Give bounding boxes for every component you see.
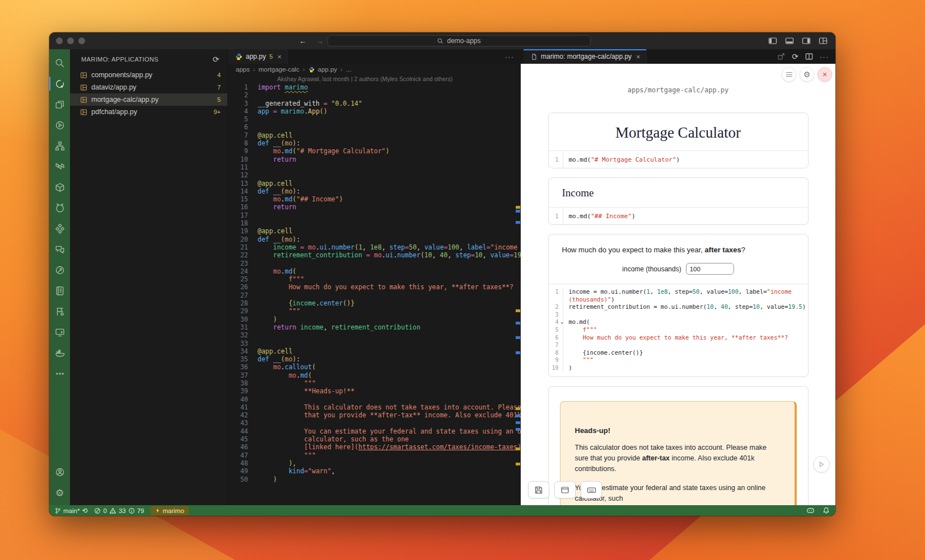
terraform-icon[interactable]: [49, 156, 70, 177]
package-icon[interactable]: [49, 177, 70, 197]
sidebar-item-dataviz-app-py[interactable]: dataviz/app.py7: [70, 81, 227, 93]
hierarchy-icon[interactable]: [49, 135, 70, 156]
sidebar-item-pdfchat-app-py[interactable]: pdfchat/app.py9+: [70, 106, 227, 118]
editor-more-actions-icon[interactable]: ···: [505, 53, 514, 61]
zoom-window-button[interactable]: [78, 37, 85, 44]
notebook-icon[interactable]: [49, 280, 70, 301]
problem-count-badge: 7: [217, 84, 221, 91]
copy-files-icon[interactable]: [49, 94, 70, 115]
code-line: 22 retirement_contribution = mo.ui.numbe…: [228, 251, 521, 259]
file-label: dataviz/app.py: [91, 83, 217, 91]
copilot-icon[interactable]: [806, 507, 815, 514]
more-actions-icon[interactable]: ···: [820, 53, 829, 61]
sidebar-title: MARIMO: APPLICATIONS: [81, 56, 158, 63]
remote-icon[interactable]: [49, 322, 70, 342]
code-line: 11: [228, 163, 521, 171]
code-line: 39 **Heads-up!**: [228, 387, 521, 395]
sidebar-item-mortgage-calc-app-py[interactable]: mortgage-calc/app.py5: [70, 93, 227, 106]
close-tab-icon[interactable]: ×: [277, 53, 282, 61]
github-icon[interactable]: [49, 197, 70, 218]
run-app-button[interactable]: [813, 456, 830, 473]
open-window-button[interactable]: [554, 481, 576, 498]
branch-name: main*: [63, 507, 80, 514]
code-line: 36 mo.callout(: [228, 363, 521, 371]
settings-button[interactable]: ⚙: [800, 67, 814, 82]
refresh-icon[interactable]: ⟳: [213, 55, 219, 64]
code-line: 1import marimo: [228, 83, 521, 91]
code-line: 34@app.cell: [228, 347, 521, 355]
file-label: pdfchat/app.py: [91, 108, 213, 116]
test-flag-icon[interactable]: [49, 301, 70, 322]
menu-button[interactable]: [782, 67, 796, 82]
problems-status[interactable]: 0 33 79: [94, 507, 144, 514]
income-number-input[interactable]: [686, 263, 734, 275]
command-center-search[interactable]: demo-apps: [328, 35, 591, 46]
title-bar: ← → demo-apps: [49, 32, 835, 49]
git-branch-status[interactable]: main* ⟲: [55, 507, 87, 515]
settings-icon[interactable]: ⚙: [49, 482, 70, 503]
sidebar-item-components-app-py[interactable]: components/app.py4: [70, 69, 227, 81]
live-share-icon[interactable]: [49, 260, 70, 280]
code-line: 16 return: [228, 203, 521, 211]
save-button[interactable]: [528, 481, 549, 498]
notebook-file-icon: [80, 72, 87, 79]
hamburger-icon: [786, 72, 792, 77]
toggle-panel-icon[interactable]: [785, 36, 794, 45]
code-line: 29 """: [228, 307, 521, 315]
file-label: mortgage-calc/app.py: [91, 96, 217, 103]
account-icon[interactable]: [49, 462, 70, 482]
forward-icon[interactable]: →: [316, 36, 324, 45]
more-icon[interactable]: [49, 363, 70, 384]
code-line: 41 This calculator does not take taxes i…: [228, 403, 521, 411]
docker-icon[interactable]: [49, 342, 70, 363]
preview-code-line: 2retirement_contribution = mo.ui.number(…: [549, 303, 808, 311]
minimize-window-button[interactable]: [67, 37, 74, 44]
income-input-label: income (thousands): [622, 265, 681, 273]
python-icon: [235, 53, 242, 60]
breadcrumb-apps[interactable]: apps: [236, 66, 250, 73]
editor-tab-bar: app.py 5 × ···: [228, 49, 521, 64]
customize-layout-icon[interactable]: [819, 36, 828, 45]
marimo-icon[interactable]: [49, 73, 70, 94]
problem-count-badge: 4: [217, 72, 221, 78]
split-editor-icon[interactable]: [805, 53, 813, 60]
sidebar-marimo-applications: MARIMO: APPLICATIONS ⟳ components/app.py…: [70, 49, 228, 505]
marimo-status-chip[interactable]: marimo: [151, 506, 188, 515]
run-icon[interactable]: [49, 115, 70, 135]
keyboard-shortcuts-button[interactable]: [581, 481, 602, 498]
code-line: 45 calculator, such as the one: [228, 435, 521, 443]
diamonds-icon[interactable]: [49, 218, 70, 239]
notebook-file-icon: [80, 109, 87, 116]
tab-app-py[interactable]: app.py 5 ×: [228, 49, 288, 64]
problem-count-badge: 9+: [213, 109, 221, 115]
comments-icon[interactable]: [49, 239, 70, 260]
bell-icon[interactable]: [823, 507, 830, 514]
open-in-browser-icon[interactable]: [777, 53, 785, 60]
breadcrumb-symbol[interactable]: ...: [346, 66, 352, 73]
search-icon[interactable]: [49, 53, 70, 73]
preview-code-line: 1mo.md("# Mortgage Calculator"): [549, 151, 808, 168]
code-line: 12: [228, 171, 521, 179]
code-line: 3__generated_with = "0.0.14": [228, 100, 521, 107]
code-line: 43: [228, 419, 521, 427]
income-question: How much do you expect to make this year…: [562, 246, 795, 254]
preview-code-line: 7: [549, 341, 808, 349]
preview-tab-bar: marimo: mortgage-calc/app.py × ⟳ ···: [521, 49, 835, 64]
toggle-primary-sidebar-icon[interactable]: [768, 36, 777, 45]
app-file-path: apps/mortgage-calc/app.py: [521, 86, 835, 94]
tab-marimo-preview[interactable]: marimo: mortgage-calc/app.py ×: [524, 49, 647, 64]
reload-icon[interactable]: ⟳: [792, 52, 798, 61]
browser-window-icon: [560, 486, 569, 495]
breadcrumb-file[interactable]: app.py: [318, 66, 338, 73]
tab-problem-badge: 5: [269, 53, 273, 60]
code-line: 18: [228, 219, 521, 227]
shutdown-button[interactable]: ×: [817, 67, 832, 82]
toggle-secondary-sidebar-icon[interactable]: [802, 36, 811, 45]
breadcrumb: apps › mortgage-calc › app.py › ...: [228, 64, 521, 75]
breadcrumb-folder[interactable]: mortgage-calc: [259, 66, 300, 73]
close-window-button[interactable]: [56, 37, 63, 44]
close-tab-icon[interactable]: ×: [636, 53, 641, 61]
git-branch-icon: [55, 507, 61, 514]
back-icon[interactable]: ←: [299, 36, 307, 45]
code-editor[interactable]: 1import marimo23__generated_with = "0.0.…: [228, 83, 521, 505]
